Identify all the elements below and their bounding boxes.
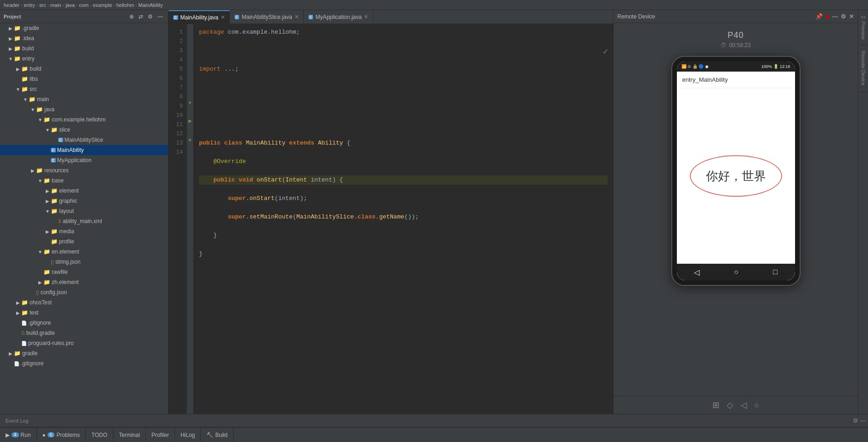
tree-item-gitignore-entry[interactable]: 📄.gitignore	[0, 318, 168, 328]
pin-icon[interactable]: 📌	[815, 13, 823, 20]
tree-item-entry-java[interactable]: ▼📁java	[0, 104, 168, 115]
tree-item-base[interactable]: ▼📁base	[0, 176, 168, 186]
tree-label: main	[37, 96, 49, 103]
arrow-icon: ▶	[44, 229, 51, 234]
tree-item-entry[interactable]: ▼📁entry	[0, 54, 168, 64]
tree-item-media[interactable]: ▶📁media	[0, 226, 168, 236]
tree-item-gitignore-root[interactable]: 📄.gitignore	[0, 358, 168, 369]
sync-icon[interactable]: ⇄	[137, 13, 145, 20]
tree-item-entry-src[interactable]: ▼📁src	[0, 84, 168, 94]
tree-label: build	[22, 45, 34, 52]
stop-icon[interactable]: ■	[826, 13, 829, 20]
breadcrumb: header · entry · src · main · java · com…	[4, 2, 163, 8]
hilog-tab[interactable]: HiLog	[175, 428, 201, 442]
minimize-icon[interactable]: —	[832, 13, 838, 20]
settings-icon[interactable]: ⚙	[146, 13, 154, 20]
tree-item-entry-build[interactable]: ▶📁build	[0, 64, 168, 74]
tree-item-build.gradle[interactable]: Gbuild.gradle	[0, 328, 168, 338]
arrow-icon: ▶	[30, 168, 36, 173]
tree-item-slice[interactable]: ▼📁slice	[0, 125, 168, 135]
event-log-label: Event Log	[2, 418, 32, 424]
tree-item-ability_main.xml[interactable]: Xability_main.xml	[0, 216, 168, 226]
code-content[interactable]: package com.example.hellohm; import ...;…	[193, 24, 613, 414]
code-editor[interactable]: 1 2 3 4 5 6 7 8 9 10 11 12 13 14 ● ▶	[169, 24, 613, 414]
nav-home-icon[interactable]: ○	[734, 268, 739, 276]
tree-item-ohosTest[interactable]: ▶📁ohosTest	[0, 297, 168, 308]
nav-recents-icon[interactable]: □	[773, 268, 778, 276]
run-icon2: ▶	[6, 432, 10, 438]
battery-icon: 🔋	[773, 64, 778, 69]
tab-close-MyApplication[interactable]: ✕	[364, 14, 368, 20]
tree-label: base	[52, 177, 64, 184]
back-control-icon[interactable]: ◁	[741, 400, 747, 410]
terminal-tab[interactable]: Terminal	[114, 428, 146, 442]
run-icon[interactable]: ▶	[188, 116, 192, 126]
tab-MainAbilitySlice[interactable]: C MainAbilitySlice.java ✕	[230, 10, 304, 24]
tree-item-MainAbilitySlice[interactable]: CMainAbilitySlice	[0, 135, 168, 145]
tree-item-element[interactable]: ▶📁element	[0, 186, 168, 196]
tree-label: ohosTest	[30, 299, 52, 306]
erase-icon[interactable]: ◇	[727, 400, 733, 410]
tree-item-layout[interactable]: ▼📁layout	[0, 206, 168, 216]
settings3-icon[interactable]: ⚙	[853, 417, 858, 424]
tree-item-MyApplication[interactable]: CMyApplication	[0, 155, 168, 165]
tree-item-entry-main[interactable]: ▼📁main	[0, 94, 168, 104]
tree-item-MainAbility[interactable]: CMainAbility	[0, 145, 168, 155]
tree-item-profile[interactable]: 📁profile	[0, 236, 168, 247]
tree-label: slice	[59, 127, 70, 133]
tree-item-idea[interactable]: ▶📁.idea	[0, 33, 168, 43]
statusbar-right: 100% 🔋 12:16	[761, 64, 790, 69]
tree-item-proguard-rules.pro[interactable]: 📄proguard-rules.pro	[0, 338, 168, 348]
nav-back-icon[interactable]: ◁	[694, 268, 699, 277]
tree-item-config.json[interactable]: {}config.json	[0, 287, 168, 297]
device-timer: 00:58:23	[729, 42, 751, 48]
tree-label: .gradle	[22, 25, 39, 31]
device-navbar[interactable]: ◁ ○ □	[677, 264, 795, 280]
tree-item-resources[interactable]: ▶📁resources	[0, 165, 168, 176]
top-bar: header · entry · src · main · java · com…	[0, 0, 868, 10]
checkmark-icon: ✓	[603, 47, 609, 56]
tab-close-MainAbility[interactable]: ✕	[221, 14, 225, 20]
tree-item-rawfile[interactable]: 📁rawfile	[0, 267, 168, 277]
add-icon[interactable]: ⊕	[128, 13, 135, 20]
home-control-icon[interactable]: ○	[754, 400, 760, 410]
tree-item-en.element[interactable]: ▼📁en.element	[0, 247, 168, 257]
tree-item-zh.element[interactable]: ▶📁zh.element	[0, 277, 168, 287]
build-icon: 🔨	[206, 432, 213, 438]
tree-item-gradle-root[interactable]: ▶📁.gradle	[0, 23, 168, 33]
build-tab[interactable]: 🔨 Build	[201, 428, 234, 442]
arrow-icon: ▶	[7, 351, 14, 356]
tree-item-com-example[interactable]: ▼📁com.example.hellohm	[0, 115, 168, 125]
signal-icons: 📶 ⊙ 🔒 🔵 ◉	[681, 64, 709, 69]
tree-item-test[interactable]: ▶📁test	[0, 308, 168, 318]
tab-MyApplication[interactable]: C MyApplication.java ✕	[304, 10, 374, 24]
tree-item-graphic[interactable]: ▶📁graphic	[0, 196, 168, 206]
settings2-icon[interactable]: ⚙	[841, 13, 846, 20]
tree-item-gradle-root2[interactable]: ▶📁gradle	[0, 348, 168, 358]
bottom-tabs: ▶ 4 Run ● 6 Problems TODO Terminal Profi…	[0, 427, 868, 442]
tree-item-entry-libs[interactable]: 📁libs	[0, 74, 168, 84]
problems-tab[interactable]: ● 6 Problems	[37, 428, 86, 442]
tab-MainAbility[interactable]: C MainAbility.java ✕	[169, 10, 230, 24]
tree-label: rawfile	[52, 269, 68, 275]
sidebar-title: Project	[4, 14, 21, 19]
vtab-preview[interactable]: 2: Preview	[859, 10, 868, 45]
arrow-icon: ▶	[15, 300, 21, 305]
tree-item-string.json[interactable]: {}string.json	[0, 257, 168, 267]
panel-close-icon[interactable]: ✕	[849, 13, 854, 20]
close-icon[interactable]: —	[156, 13, 164, 20]
todo-tab[interactable]: TODO	[86, 428, 113, 442]
minimize2-icon[interactable]: —	[860, 417, 866, 424]
vtab-remote-device[interactable]: Remote Device	[859, 45, 868, 91]
run-tab[interactable]: ▶ 4 Run	[0, 428, 37, 442]
tab-close-MainAbilitySlice[interactable]: ✕	[295, 14, 299, 20]
tree-label: MyApplication	[57, 157, 92, 163]
tree-label: config.json	[41, 289, 67, 296]
java-file-icon2: C	[235, 15, 240, 19]
tree-item-build-root[interactable]: ▶📁build	[0, 43, 168, 54]
arrow-icon: ▶	[7, 26, 14, 31]
tree-label: proguard-rules.pro	[28, 340, 74, 346]
arrow-icon: ▼	[15, 87, 21, 92]
profiler-tab[interactable]: Profiler	[146, 428, 175, 442]
screenshot-icon[interactable]: ⊞	[712, 400, 719, 410]
